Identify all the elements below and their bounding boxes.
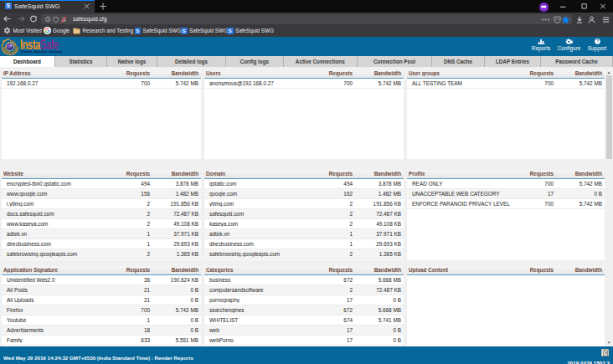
svg-text:?: ? — [595, 38, 598, 44]
